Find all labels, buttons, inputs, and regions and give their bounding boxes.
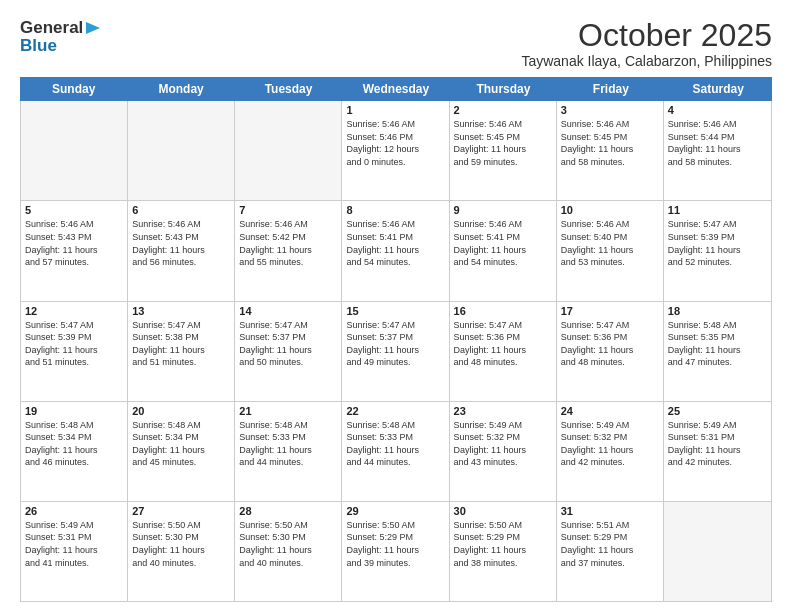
day-number: 5 [25,204,123,216]
day-number: 31 [561,505,659,517]
calendar-header: SundayMondayTuesdayWednesdayThursdayFrid… [20,77,772,101]
day-info: Sunrise: 5:49 AMSunset: 5:31 PMDaylight:… [668,419,767,469]
day-info: Sunrise: 5:49 AMSunset: 5:31 PMDaylight:… [25,519,123,569]
day-info: Sunrise: 5:47 AMSunset: 5:39 PMDaylight:… [668,218,767,268]
day-info: Sunrise: 5:49 AMSunset: 5:32 PMDaylight:… [561,419,659,469]
day-number: 8 [346,204,444,216]
day-number: 14 [239,305,337,317]
calendar-day-15: 15Sunrise: 5:47 AMSunset: 5:37 PMDayligh… [342,302,449,401]
day-info: Sunrise: 5:47 AMSunset: 5:38 PMDaylight:… [132,319,230,369]
day-number: 11 [668,204,767,216]
day-info: Sunrise: 5:51 AMSunset: 5:29 PMDaylight:… [561,519,659,569]
day-number: 9 [454,204,552,216]
calendar-day-19: 19Sunrise: 5:48 AMSunset: 5:34 PMDayligh… [21,402,128,501]
day-of-week-saturday: Saturday [665,77,772,101]
logo: General Blue [20,18,102,56]
day-info: Sunrise: 5:46 AMSunset: 5:45 PMDaylight:… [454,118,552,168]
day-info: Sunrise: 5:46 AMSunset: 5:41 PMDaylight:… [454,218,552,268]
main-title: October 2025 [521,18,772,53]
title-area: October 2025 Taywanak Ilaya, Calabarzon,… [521,18,772,69]
day-number: 16 [454,305,552,317]
calendar-day-26: 26Sunrise: 5:49 AMSunset: 5:31 PMDayligh… [21,502,128,601]
logo-general-text: General [20,18,83,38]
day-info: Sunrise: 5:46 AMSunset: 5:45 PMDaylight:… [561,118,659,168]
day-number: 23 [454,405,552,417]
calendar-day-22: 22Sunrise: 5:48 AMSunset: 5:33 PMDayligh… [342,402,449,501]
calendar-day-1: 1Sunrise: 5:46 AMSunset: 5:46 PMDaylight… [342,101,449,200]
day-info: Sunrise: 5:48 AMSunset: 5:34 PMDaylight:… [132,419,230,469]
day-of-week-wednesday: Wednesday [342,77,449,101]
calendar-day-31: 31Sunrise: 5:51 AMSunset: 5:29 PMDayligh… [557,502,664,601]
calendar-day-28: 28Sunrise: 5:50 AMSunset: 5:30 PMDayligh… [235,502,342,601]
day-number: 22 [346,405,444,417]
calendar-week-3: 12Sunrise: 5:47 AMSunset: 5:39 PMDayligh… [21,302,771,402]
day-of-week-tuesday: Tuesday [235,77,342,101]
day-info: Sunrise: 5:48 AMSunset: 5:34 PMDaylight:… [25,419,123,469]
day-info: Sunrise: 5:47 AMSunset: 5:36 PMDaylight:… [561,319,659,369]
calendar-day-2: 2Sunrise: 5:46 AMSunset: 5:45 PMDaylight… [450,101,557,200]
calendar-day-18: 18Sunrise: 5:48 AMSunset: 5:35 PMDayligh… [664,302,771,401]
calendar-day-4: 4Sunrise: 5:46 AMSunset: 5:44 PMDaylight… [664,101,771,200]
day-number: 20 [132,405,230,417]
day-number: 30 [454,505,552,517]
day-info: Sunrise: 5:48 AMSunset: 5:33 PMDaylight:… [239,419,337,469]
day-info: Sunrise: 5:46 AMSunset: 5:44 PMDaylight:… [668,118,767,168]
day-number: 1 [346,104,444,116]
calendar-day-12: 12Sunrise: 5:47 AMSunset: 5:39 PMDayligh… [21,302,128,401]
calendar-week-2: 5Sunrise: 5:46 AMSunset: 5:43 PMDaylight… [21,201,771,301]
day-info: Sunrise: 5:47 AMSunset: 5:36 PMDaylight:… [454,319,552,369]
calendar-day-14: 14Sunrise: 5:47 AMSunset: 5:37 PMDayligh… [235,302,342,401]
day-info: Sunrise: 5:50 AMSunset: 5:30 PMDaylight:… [132,519,230,569]
day-number: 24 [561,405,659,417]
calendar-week-4: 19Sunrise: 5:48 AMSunset: 5:34 PMDayligh… [21,402,771,502]
calendar-day-13: 13Sunrise: 5:47 AMSunset: 5:38 PMDayligh… [128,302,235,401]
calendar-day-8: 8Sunrise: 5:46 AMSunset: 5:41 PMDaylight… [342,201,449,300]
day-of-week-monday: Monday [127,77,234,101]
calendar-day-16: 16Sunrise: 5:47 AMSunset: 5:36 PMDayligh… [450,302,557,401]
calendar-body: 1Sunrise: 5:46 AMSunset: 5:46 PMDaylight… [20,101,772,602]
calendar-day-7: 7Sunrise: 5:46 AMSunset: 5:42 PMDaylight… [235,201,342,300]
day-info: Sunrise: 5:47 AMSunset: 5:39 PMDaylight:… [25,319,123,369]
day-number: 26 [25,505,123,517]
day-number: 15 [346,305,444,317]
page: General Blue October 2025 Taywanak Ilaya… [0,0,792,612]
day-info: Sunrise: 5:47 AMSunset: 5:37 PMDaylight:… [346,319,444,369]
day-info: Sunrise: 5:50 AMSunset: 5:29 PMDaylight:… [346,519,444,569]
calendar-day-6: 6Sunrise: 5:46 AMSunset: 5:43 PMDaylight… [128,201,235,300]
calendar-day-11: 11Sunrise: 5:47 AMSunset: 5:39 PMDayligh… [664,201,771,300]
day-number: 18 [668,305,767,317]
day-info: Sunrise: 5:46 AMSunset: 5:41 PMDaylight:… [346,218,444,268]
calendar-day-24: 24Sunrise: 5:49 AMSunset: 5:32 PMDayligh… [557,402,664,501]
calendar-day-5: 5Sunrise: 5:46 AMSunset: 5:43 PMDaylight… [21,201,128,300]
calendar-day-27: 27Sunrise: 5:50 AMSunset: 5:30 PMDayligh… [128,502,235,601]
calendar-week-1: 1Sunrise: 5:46 AMSunset: 5:46 PMDaylight… [21,101,771,201]
calendar: SundayMondayTuesdayWednesdayThursdayFrid… [20,77,772,602]
day-info: Sunrise: 5:46 AMSunset: 5:40 PMDaylight:… [561,218,659,268]
calendar-empty-cell [235,101,342,200]
day-info: Sunrise: 5:48 AMSunset: 5:35 PMDaylight:… [668,319,767,369]
day-number: 19 [25,405,123,417]
day-number: 27 [132,505,230,517]
calendar-day-25: 25Sunrise: 5:49 AMSunset: 5:31 PMDayligh… [664,402,771,501]
day-number: 7 [239,204,337,216]
day-info: Sunrise: 5:50 AMSunset: 5:30 PMDaylight:… [239,519,337,569]
calendar-day-30: 30Sunrise: 5:50 AMSunset: 5:29 PMDayligh… [450,502,557,601]
day-number: 4 [668,104,767,116]
day-number: 17 [561,305,659,317]
day-info: Sunrise: 5:50 AMSunset: 5:29 PMDaylight:… [454,519,552,569]
calendar-day-17: 17Sunrise: 5:47 AMSunset: 5:36 PMDayligh… [557,302,664,401]
day-number: 2 [454,104,552,116]
calendar-week-5: 26Sunrise: 5:49 AMSunset: 5:31 PMDayligh… [21,502,771,601]
calendar-empty-cell [128,101,235,200]
day-info: Sunrise: 5:46 AMSunset: 5:42 PMDaylight:… [239,218,337,268]
day-of-week-thursday: Thursday [450,77,557,101]
day-info: Sunrise: 5:48 AMSunset: 5:33 PMDaylight:… [346,419,444,469]
svg-marker-0 [86,22,100,34]
calendar-day-3: 3Sunrise: 5:46 AMSunset: 5:45 PMDaylight… [557,101,664,200]
day-of-week-friday: Friday [557,77,664,101]
day-info: Sunrise: 5:46 AMSunset: 5:43 PMDaylight:… [25,218,123,268]
day-number: 10 [561,204,659,216]
calendar-day-23: 23Sunrise: 5:49 AMSunset: 5:32 PMDayligh… [450,402,557,501]
calendar-day-9: 9Sunrise: 5:46 AMSunset: 5:41 PMDaylight… [450,201,557,300]
day-info: Sunrise: 5:46 AMSunset: 5:43 PMDaylight:… [132,218,230,268]
